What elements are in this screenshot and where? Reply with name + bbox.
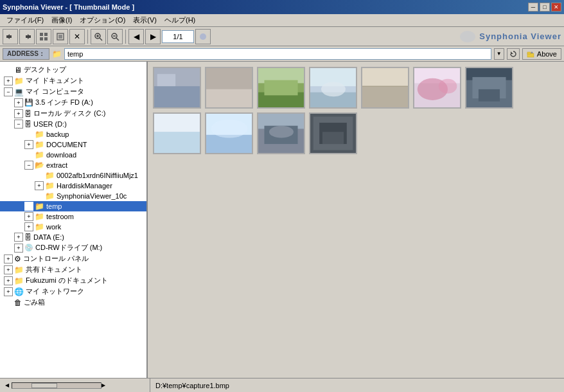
tree-item-drive-c[interactable]: + 🗄 ローカル ディスク (C:) [0, 108, 146, 119]
go-button[interactable] [195, 29, 211, 44]
svg-rect-51 [154, 132, 200, 153]
thumbnail-1[interactable] [153, 67, 201, 109]
svg-rect-21 [527, 52, 531, 54]
scrollbar-thumb[interactable] [31, 383, 57, 388]
tree-label-desktop: デスクトップ [24, 65, 66, 75]
close-image-button[interactable]: ✕ [69, 29, 85, 44]
thumbnail-3[interactable] [257, 67, 305, 109]
menu-file[interactable]: ファイル(F) [3, 14, 48, 26]
tree-item-download[interactable]: 📁 download [0, 150, 146, 160]
expander-drive-e[interactable]: + [14, 233, 23, 242]
thumbnail-5[interactable] [361, 67, 409, 109]
title-buttons: ─ □ ✕ [528, 3, 561, 12]
expander-shareddocs[interactable]: + [4, 265, 13, 274]
expander-network[interactable]: + [4, 287, 13, 296]
menu-image[interactable]: 画像(I) [48, 14, 76, 26]
svg-rect-28 [206, 89, 252, 107]
expander-work[interactable]: + [24, 222, 33, 231]
thumbnail-7[interactable] [465, 67, 513, 109]
network-icon: 🌐 [14, 287, 24, 296]
menu-view[interactable]: 表示(V) [129, 14, 161, 26]
tree-item-fukuzumi[interactable]: + 📁 Fukuzumi のドキュメント [0, 275, 146, 286]
maximize-button[interactable]: □ [540, 3, 550, 12]
close-window-button[interactable]: ✕ [551, 3, 561, 12]
next-image-button[interactable]: ▶ [145, 29, 161, 44]
above-button[interactable]: Above [522, 48, 561, 60]
expander-document[interactable]: + [24, 140, 33, 149]
tree-item-testroom[interactable]: + 📁 testroom [0, 211, 146, 222]
expander-drive-c[interactable]: + [14, 109, 23, 118]
scroll-right-button[interactable]: ▶ [101, 382, 105, 388]
tree-item-controlpanel[interactable]: + ⚙ コントロール パネル [0, 253, 146, 264]
tree-item-0002[interactable]: 📁 0002afb1xrdn6INiffiiuMjz1 [0, 170, 146, 181]
back-button[interactable] [3, 29, 18, 44]
tree-label-work: work [46, 223, 61, 231]
tree-item-floppy[interactable]: + 💾 3.5 インチ FD (A:) [0, 97, 146, 108]
fullview-button[interactable] [53, 29, 68, 44]
menu-options[interactable]: オプション(O) [76, 14, 129, 26]
thumbnail-8[interactable] [153, 112, 201, 154]
expander-testroom[interactable]: + [24, 212, 33, 221]
expander-backup [24, 130, 33, 139]
zoom-out-button[interactable] [107, 29, 123, 44]
expander-floppy[interactable]: + [14, 98, 23, 107]
expander-drive-m[interactable]: + [14, 244, 23, 253]
tree-item-document[interactable]: + 📁 DOCUMENT [0, 139, 146, 150]
expander-harddisk[interactable]: + [35, 181, 44, 190]
drive-c-icon: 🗄 [24, 110, 31, 118]
thumbnail-11[interactable] [309, 112, 357, 154]
forward-button[interactable] [19, 29, 35, 44]
page-input[interactable]: 1/1 [162, 30, 194, 43]
tree-label-harddisk: HarddiskManager [57, 182, 112, 190]
expander-controlpanel[interactable]: + [4, 254, 13, 263]
address-dropdown[interactable]: ▼ [494, 48, 504, 60]
floppy-icon: 💾 [24, 98, 33, 107]
tree-item-drive-d[interactable]: − 🗄 USER (D:) [0, 119, 146, 129]
prev-image-button[interactable]: ◀ [128, 29, 144, 44]
tree-item-drive-m[interactable]: + 💿 CD-RWドライブ (M:) [0, 242, 146, 253]
tree-label-floppy: 3.5 インチ FD (A:) [35, 98, 93, 107]
thumbnail-10[interactable] [257, 112, 305, 154]
thumbnail-4[interactable] [309, 67, 357, 109]
tree-item-synphonia[interactable]: 📁 SynphoniaViewer_10c [0, 191, 146, 201]
thumbnail-6[interactable] [413, 67, 461, 109]
thumbnail-9[interactable] [205, 112, 253, 154]
tree-item-mycomputer[interactable]: − 💻 マイ コンピュータ [0, 86, 146, 97]
thumbnail-view-button[interactable] [36, 29, 51, 44]
tree-item-network[interactable]: + 🌐 マイ ネットワーク [0, 286, 146, 297]
tree-item-harddisk[interactable]: + 📁 HarddiskManager [0, 181, 146, 191]
status-scrollbar: ◀ ▶ [3, 379, 150, 392]
expander-fukuzumi[interactable]: + [4, 276, 13, 285]
drive-m-icon: 💿 [24, 244, 33, 252]
minimize-button[interactable]: ─ [528, 3, 538, 12]
tree-item-backup[interactable]: 📁 backup [0, 129, 146, 139]
zoom-in-button[interactable] [91, 29, 106, 44]
tree-item-trash[interactable]: 🗑 ごみ箱 [0, 297, 146, 308]
tree-item-extract[interactable]: − 📂 extract [0, 160, 146, 170]
logo-text: Synphonia Viewer [479, 31, 561, 41]
drive-e-icon: 🗄 [24, 233, 31, 241]
tree-item-desktop[interactable]: 🖥 デスクトップ [0, 64, 146, 75]
svg-point-59 [269, 126, 294, 138]
tree-item-work[interactable]: + 📁 work [0, 222, 146, 232]
menu-help[interactable]: ヘルプ(H) [161, 14, 199, 26]
toolbar: ✕ ◀ ▶ 1/1 Synphonia Viewer [0, 27, 564, 46]
tree-item-shareddocs[interactable]: + 📁 共有ドキュメント [0, 264, 146, 275]
folder-up-icon [527, 50, 534, 58]
expander-drive-d[interactable]: − [14, 120, 23, 129]
tree-item-drive-e[interactable]: + 🗄 DATA (E:) [0, 232, 146, 242]
tree-label-drive-m: CD-RWドライブ (M:) [35, 243, 102, 253]
address-bar: ADDRESS： 📁 ▼ Above [0, 46, 564, 62]
expander-extract[interactable]: − [24, 161, 33, 170]
thumbnail-2[interactable] [205, 67, 253, 109]
tree-item-mydocs[interactable]: + 📁 マイ ドキュメント [0, 75, 146, 86]
address-input[interactable] [64, 48, 491, 60]
tree-item-temp[interactable]: 📁 temp [0, 201, 146, 211]
menu-bar: ファイル(F) 画像(I) オプション(O) 表示(V) ヘルプ(H) [0, 14, 564, 27]
scroll-left-button[interactable]: ◀ [5, 382, 9, 388]
address-refresh-button[interactable] [507, 48, 520, 60]
expander-mycomputer[interactable]: − [4, 87, 13, 96]
expander-mydocs[interactable]: + [4, 76, 13, 85]
horizontal-scrollbar[interactable] [12, 382, 101, 389]
synphonia-folder-icon: 📁 [45, 192, 55, 200]
